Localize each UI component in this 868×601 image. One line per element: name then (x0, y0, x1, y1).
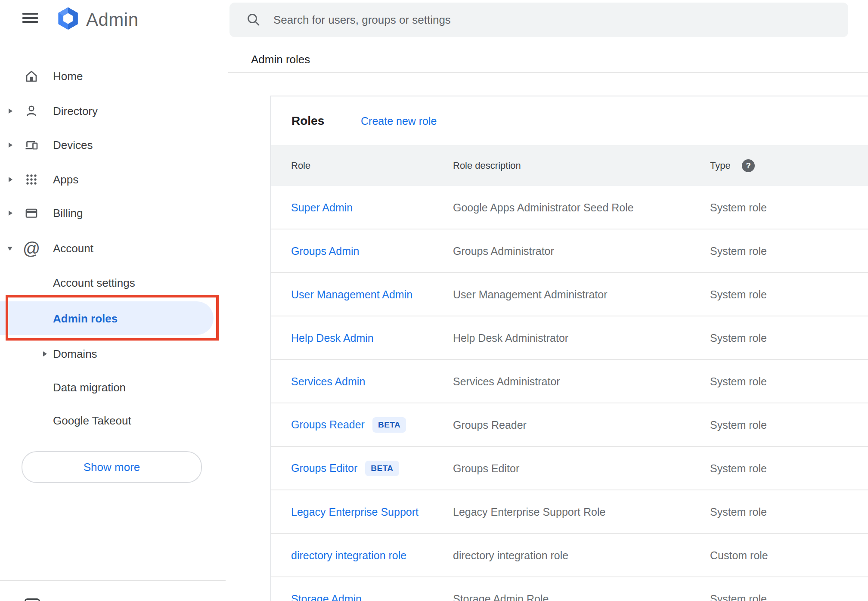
role-description: Help Desk Administrator (453, 331, 568, 344)
role-description: Groups Administrator (453, 245, 554, 257)
column-header-role: Role (291, 160, 310, 171)
role-type: System role (710, 331, 767, 344)
sidebar-item-billing[interactable]: Billing (0, 196, 226, 230)
sidebar-item-label: Data migration (53, 381, 126, 394)
table-row[interactable]: Groups Editor BETA Groups Editor System … (271, 447, 868, 490)
hamburger-bar (22, 21, 38, 23)
role-link[interactable]: Legacy Enterprise Support (291, 505, 418, 518)
devices-icon (24, 137, 39, 153)
table-row[interactable]: directory integration role directory int… (271, 534, 868, 577)
table-row[interactable]: Groups Reader BETA Groups Reader System … (271, 403, 868, 447)
search-bar[interactable] (229, 3, 848, 37)
table-row[interactable]: User Management Admin User Management Ad… (271, 273, 868, 316)
credit-card-icon (24, 205, 39, 221)
role-link[interactable]: Groups Admin (291, 245, 359, 257)
role-type: System role (710, 375, 767, 387)
role-link[interactable]: directory integration role (291, 549, 406, 561)
table-header-row: Role Role description Type ? (271, 145, 868, 186)
content-divider (228, 72, 868, 73)
help-icon[interactable]: ? (742, 159, 755, 172)
role-link[interactable]: Super Admin (291, 201, 353, 214)
sidebar-item-label: Billing (53, 207, 83, 220)
breadcrumb: Admin roles (251, 53, 310, 66)
role-description: Legacy Enterprise Support Role (453, 505, 605, 518)
sidebar-item-label: Apps (53, 173, 78, 186)
search-input[interactable] (273, 13, 791, 27)
role-type: Custom role (710, 549, 768, 561)
role-description: Storage Admin Role (453, 592, 549, 601)
role-link[interactable]: Groups Editor (291, 462, 357, 474)
role-link[interactable]: Storage Admin (291, 592, 362, 601)
expand-arrow-icon[interactable] (9, 143, 12, 148)
expand-arrow-icon[interactable] (9, 177, 12, 182)
sidebar-bottom-divider (0, 580, 226, 581)
table-row[interactable]: Services Admin Services Administrator Sy… (271, 360, 868, 403)
hamburger-menu-icon[interactable] (22, 13, 38, 23)
sidebar-item-directory[interactable]: Directory (0, 94, 226, 128)
role-type: System role (710, 592, 767, 601)
roles-title: Roles (291, 114, 324, 128)
role-link[interactable]: Groups Reader (291, 418, 365, 431)
home-icon (24, 68, 39, 84)
column-header-description: Role description (453, 160, 521, 171)
role-description: Google Apps Administrator Seed Role (453, 201, 634, 214)
role-type: System role (710, 245, 767, 257)
expand-arrow-icon[interactable] (9, 211, 12, 216)
table-row[interactable]: Help Desk Admin Help Desk Administrator … (271, 316, 868, 360)
table-row[interactable]: Legacy Enterprise Support Legacy Enterpr… (271, 490, 868, 534)
person-icon (24, 103, 39, 119)
sidebar-item-label: Home (53, 70, 83, 83)
role-description: directory integration role (453, 549, 568, 561)
collapse-arrow-icon[interactable] (7, 247, 12, 251)
sidebar-item-apps[interactable]: Apps (0, 162, 226, 197)
role-type: System role (710, 505, 767, 518)
sidebar-item-devices[interactable]: Devices (0, 128, 226, 162)
role-description: Groups Reader (453, 418, 527, 431)
table-row[interactable]: Super Admin Google Apps Administrator Se… (271, 186, 868, 229)
roles-card: Roles Create new role Role Role descript… (270, 96, 868, 601)
role-link[interactable]: Services Admin (291, 375, 365, 387)
app-title: Admin (86, 9, 139, 30)
beta-badge: BETA (365, 461, 399, 476)
sidebar-item-label: Account (53, 242, 93, 255)
hamburger-bar (22, 13, 38, 15)
column-header-type: Type (710, 160, 731, 171)
role-link[interactable]: User Management Admin (291, 288, 412, 300)
annotation-red-box (6, 295, 219, 341)
roles-card-header: Roles Create new role (271, 96, 868, 145)
show-more-button[interactable]: Show more (22, 451, 202, 483)
role-description: Groups Editor (453, 462, 519, 474)
sidebar-item-label: Account settings (53, 276, 135, 290)
sidebar-item-label: Domains (53, 347, 97, 361)
sidebar-item-data-migration[interactable]: Data migration (0, 370, 226, 405)
roles-table-body: Super Admin Google Apps Administrator Se… (271, 186, 868, 601)
role-type: System role (710, 418, 767, 431)
role-link[interactable]: Help Desk Admin (291, 331, 374, 344)
beta-badge: BETA (372, 417, 406, 433)
role-type: System role (710, 462, 767, 474)
sidebar-item-label: Directory (53, 105, 98, 118)
sidebar-item-label: Google Takeout (53, 414, 131, 428)
sidebar-item-account[interactable]: @ Account (0, 231, 226, 266)
role-description: User Management Administrator (453, 288, 607, 300)
google-admin-logo-icon (56, 6, 81, 31)
create-new-role-link[interactable]: Create new role (361, 115, 437, 127)
expand-arrow-icon[interactable] (43, 351, 47, 356)
at-sign-icon: @ (24, 241, 39, 256)
role-description: Services Administrator (453, 375, 560, 387)
hamburger-bar (22, 17, 38, 19)
table-row[interactable]: Storage Admin Storage Admin Role System … (271, 577, 868, 601)
sidebar-item-google-takeout[interactable]: Google Takeout (0, 403, 226, 438)
sidebar-item-domains[interactable]: Domains (0, 337, 226, 371)
sidebar-item-label: Devices (53, 139, 93, 152)
table-row[interactable]: Groups Admin Groups Administrator System… (271, 229, 868, 273)
role-type: System role (710, 201, 767, 214)
cutoff-sidebar-icon (25, 598, 40, 601)
sidebar-item-home[interactable]: Home (0, 59, 226, 93)
search-icon (246, 12, 261, 28)
role-type: System role (710, 288, 767, 300)
expand-arrow-icon[interactable] (9, 108, 12, 114)
apps-grid-icon (24, 172, 39, 187)
